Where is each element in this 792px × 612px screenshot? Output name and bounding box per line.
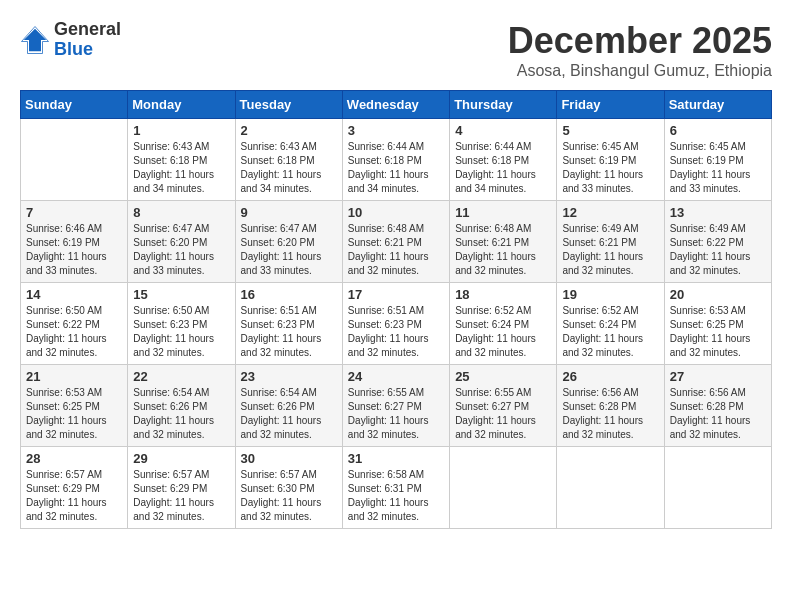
calendar-cell: 22Sunrise: 6:54 AM Sunset: 6:26 PM Dayli… bbox=[128, 365, 235, 447]
calendar-cell: 27Sunrise: 6:56 AM Sunset: 6:28 PM Dayli… bbox=[664, 365, 771, 447]
day-number: 7 bbox=[26, 205, 122, 220]
calendar-cell: 6Sunrise: 6:45 AM Sunset: 6:19 PM Daylig… bbox=[664, 119, 771, 201]
day-number: 14 bbox=[26, 287, 122, 302]
logo-blue-label: Blue bbox=[54, 40, 121, 60]
day-info: Sunrise: 6:58 AM Sunset: 6:31 PM Dayligh… bbox=[348, 468, 444, 524]
day-number: 5 bbox=[562, 123, 658, 138]
calendar-cell: 21Sunrise: 6:53 AM Sunset: 6:25 PM Dayli… bbox=[21, 365, 128, 447]
calendar-cell: 29Sunrise: 6:57 AM Sunset: 6:29 PM Dayli… bbox=[128, 447, 235, 529]
day-info: Sunrise: 6:49 AM Sunset: 6:22 PM Dayligh… bbox=[670, 222, 766, 278]
day-info: Sunrise: 6:47 AM Sunset: 6:20 PM Dayligh… bbox=[133, 222, 229, 278]
day-number: 27 bbox=[670, 369, 766, 384]
header: General Blue December 2025 Asosa, Binsha… bbox=[20, 20, 772, 80]
day-number: 28 bbox=[26, 451, 122, 466]
day-number: 20 bbox=[670, 287, 766, 302]
day-info: Sunrise: 6:56 AM Sunset: 6:28 PM Dayligh… bbox=[562, 386, 658, 442]
day-info: Sunrise: 6:51 AM Sunset: 6:23 PM Dayligh… bbox=[241, 304, 337, 360]
day-number: 19 bbox=[562, 287, 658, 302]
calendar-week-row: 21Sunrise: 6:53 AM Sunset: 6:25 PM Dayli… bbox=[21, 365, 772, 447]
day-number: 25 bbox=[455, 369, 551, 384]
calendar-cell: 18Sunrise: 6:52 AM Sunset: 6:24 PM Dayli… bbox=[450, 283, 557, 365]
day-number: 30 bbox=[241, 451, 337, 466]
calendar-cell bbox=[450, 447, 557, 529]
day-info: Sunrise: 6:50 AM Sunset: 6:23 PM Dayligh… bbox=[133, 304, 229, 360]
calendar-week-row: 1Sunrise: 6:43 AM Sunset: 6:18 PM Daylig… bbox=[21, 119, 772, 201]
day-number: 2 bbox=[241, 123, 337, 138]
calendar-cell: 16Sunrise: 6:51 AM Sunset: 6:23 PM Dayli… bbox=[235, 283, 342, 365]
weekday-header-saturday: Saturday bbox=[664, 91, 771, 119]
calendar-cell: 4Sunrise: 6:44 AM Sunset: 6:18 PM Daylig… bbox=[450, 119, 557, 201]
day-number: 11 bbox=[455, 205, 551, 220]
day-info: Sunrise: 6:46 AM Sunset: 6:19 PM Dayligh… bbox=[26, 222, 122, 278]
day-number: 1 bbox=[133, 123, 229, 138]
weekday-header-monday: Monday bbox=[128, 91, 235, 119]
calendar-cell bbox=[557, 447, 664, 529]
day-number: 26 bbox=[562, 369, 658, 384]
weekday-header-tuesday: Tuesday bbox=[235, 91, 342, 119]
month-year-title: December 2025 bbox=[508, 20, 772, 62]
calendar-cell: 12Sunrise: 6:49 AM Sunset: 6:21 PM Dayli… bbox=[557, 201, 664, 283]
calendar-cell: 24Sunrise: 6:55 AM Sunset: 6:27 PM Dayli… bbox=[342, 365, 449, 447]
day-number: 6 bbox=[670, 123, 766, 138]
day-info: Sunrise: 6:44 AM Sunset: 6:18 PM Dayligh… bbox=[455, 140, 551, 196]
day-info: Sunrise: 6:54 AM Sunset: 6:26 PM Dayligh… bbox=[133, 386, 229, 442]
day-number: 4 bbox=[455, 123, 551, 138]
day-number: 16 bbox=[241, 287, 337, 302]
calendar-week-row: 28Sunrise: 6:57 AM Sunset: 6:29 PM Dayli… bbox=[21, 447, 772, 529]
day-info: Sunrise: 6:45 AM Sunset: 6:19 PM Dayligh… bbox=[562, 140, 658, 196]
day-info: Sunrise: 6:47 AM Sunset: 6:20 PM Dayligh… bbox=[241, 222, 337, 278]
calendar-cell: 11Sunrise: 6:48 AM Sunset: 6:21 PM Dayli… bbox=[450, 201, 557, 283]
weekday-header-friday: Friday bbox=[557, 91, 664, 119]
day-number: 22 bbox=[133, 369, 229, 384]
day-info: Sunrise: 6:49 AM Sunset: 6:21 PM Dayligh… bbox=[562, 222, 658, 278]
day-info: Sunrise: 6:48 AM Sunset: 6:21 PM Dayligh… bbox=[348, 222, 444, 278]
day-info: Sunrise: 6:45 AM Sunset: 6:19 PM Dayligh… bbox=[670, 140, 766, 196]
day-number: 24 bbox=[348, 369, 444, 384]
day-info: Sunrise: 6:51 AM Sunset: 6:23 PM Dayligh… bbox=[348, 304, 444, 360]
day-info: Sunrise: 6:43 AM Sunset: 6:18 PM Dayligh… bbox=[241, 140, 337, 196]
calendar-cell: 26Sunrise: 6:56 AM Sunset: 6:28 PM Dayli… bbox=[557, 365, 664, 447]
weekday-header-thursday: Thursday bbox=[450, 91, 557, 119]
weekday-header-wednesday: Wednesday bbox=[342, 91, 449, 119]
day-number: 15 bbox=[133, 287, 229, 302]
day-info: Sunrise: 6:57 AM Sunset: 6:29 PM Dayligh… bbox=[133, 468, 229, 524]
calendar-cell: 17Sunrise: 6:51 AM Sunset: 6:23 PM Dayli… bbox=[342, 283, 449, 365]
day-number: 3 bbox=[348, 123, 444, 138]
calendar-cell bbox=[21, 119, 128, 201]
calendar-cell: 25Sunrise: 6:55 AM Sunset: 6:27 PM Dayli… bbox=[450, 365, 557, 447]
calendar-week-row: 14Sunrise: 6:50 AM Sunset: 6:22 PM Dayli… bbox=[21, 283, 772, 365]
calendar-cell: 10Sunrise: 6:48 AM Sunset: 6:21 PM Dayli… bbox=[342, 201, 449, 283]
day-info: Sunrise: 6:55 AM Sunset: 6:27 PM Dayligh… bbox=[348, 386, 444, 442]
calendar-cell bbox=[664, 447, 771, 529]
calendar-cell: 31Sunrise: 6:58 AM Sunset: 6:31 PM Dayli… bbox=[342, 447, 449, 529]
day-info: Sunrise: 6:52 AM Sunset: 6:24 PM Dayligh… bbox=[562, 304, 658, 360]
calendar-cell: 14Sunrise: 6:50 AM Sunset: 6:22 PM Dayli… bbox=[21, 283, 128, 365]
location-title: Asosa, Binshangul Gumuz, Ethiopia bbox=[508, 62, 772, 80]
day-number: 13 bbox=[670, 205, 766, 220]
weekday-header-sunday: Sunday bbox=[21, 91, 128, 119]
day-info: Sunrise: 6:53 AM Sunset: 6:25 PM Dayligh… bbox=[26, 386, 122, 442]
day-info: Sunrise: 6:55 AM Sunset: 6:27 PM Dayligh… bbox=[455, 386, 551, 442]
day-info: Sunrise: 6:57 AM Sunset: 6:30 PM Dayligh… bbox=[241, 468, 337, 524]
day-info: Sunrise: 6:57 AM Sunset: 6:29 PM Dayligh… bbox=[26, 468, 122, 524]
logo-text: General Blue bbox=[54, 20, 121, 60]
day-number: 29 bbox=[133, 451, 229, 466]
day-info: Sunrise: 6:52 AM Sunset: 6:24 PM Dayligh… bbox=[455, 304, 551, 360]
calendar-cell: 1Sunrise: 6:43 AM Sunset: 6:18 PM Daylig… bbox=[128, 119, 235, 201]
calendar-cell: 28Sunrise: 6:57 AM Sunset: 6:29 PM Dayli… bbox=[21, 447, 128, 529]
logo: General Blue bbox=[20, 20, 121, 60]
day-info: Sunrise: 6:44 AM Sunset: 6:18 PM Dayligh… bbox=[348, 140, 444, 196]
calendar-cell: 3Sunrise: 6:44 AM Sunset: 6:18 PM Daylig… bbox=[342, 119, 449, 201]
calendar-week-row: 7Sunrise: 6:46 AM Sunset: 6:19 PM Daylig… bbox=[21, 201, 772, 283]
title-area: December 2025 Asosa, Binshangul Gumuz, E… bbox=[508, 20, 772, 80]
day-info: Sunrise: 6:54 AM Sunset: 6:26 PM Dayligh… bbox=[241, 386, 337, 442]
calendar-table: SundayMondayTuesdayWednesdayThursdayFrid… bbox=[20, 90, 772, 529]
calendar-cell: 23Sunrise: 6:54 AM Sunset: 6:26 PM Dayli… bbox=[235, 365, 342, 447]
day-number: 8 bbox=[133, 205, 229, 220]
calendar-cell: 9Sunrise: 6:47 AM Sunset: 6:20 PM Daylig… bbox=[235, 201, 342, 283]
logo-icon bbox=[20, 25, 50, 55]
calendar-cell: 15Sunrise: 6:50 AM Sunset: 6:23 PM Dayli… bbox=[128, 283, 235, 365]
day-number: 9 bbox=[241, 205, 337, 220]
calendar-cell: 7Sunrise: 6:46 AM Sunset: 6:19 PM Daylig… bbox=[21, 201, 128, 283]
calendar-cell: 13Sunrise: 6:49 AM Sunset: 6:22 PM Dayli… bbox=[664, 201, 771, 283]
